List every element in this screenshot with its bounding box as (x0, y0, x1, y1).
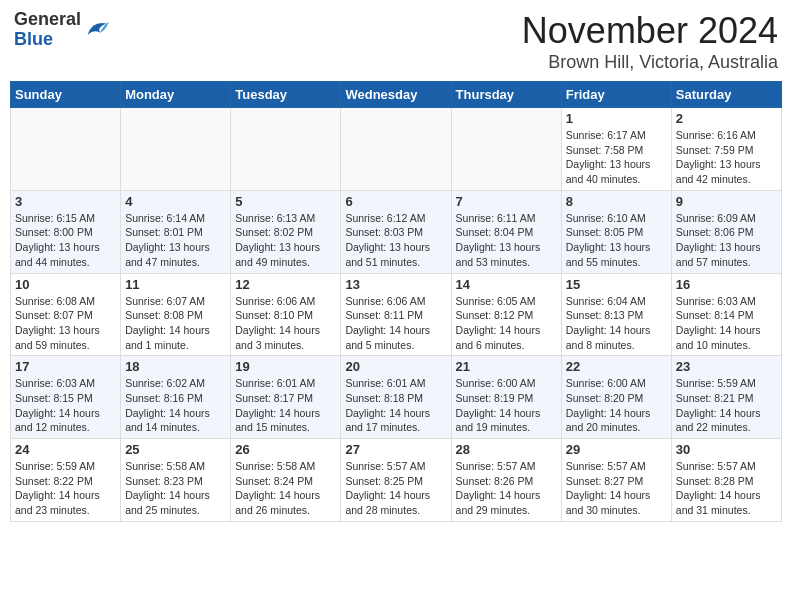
day-info: Sunrise: 5:58 AM Sunset: 8:23 PM Dayligh… (125, 459, 226, 518)
calendar-week-1: 1Sunrise: 6:17 AM Sunset: 7:58 PM Daylig… (11, 108, 782, 191)
day-info: Sunrise: 6:14 AM Sunset: 8:01 PM Dayligh… (125, 211, 226, 270)
day-info: Sunrise: 5:57 AM Sunset: 8:28 PM Dayligh… (676, 459, 777, 518)
day-info: Sunrise: 6:09 AM Sunset: 8:06 PM Dayligh… (676, 211, 777, 270)
day-info: Sunrise: 6:05 AM Sunset: 8:12 PM Dayligh… (456, 294, 557, 353)
calendar-cell (451, 108, 561, 191)
calendar-cell: 21Sunrise: 6:00 AM Sunset: 8:19 PM Dayli… (451, 356, 561, 439)
day-info: Sunrise: 5:59 AM Sunset: 8:21 PM Dayligh… (676, 376, 777, 435)
calendar-cell: 11Sunrise: 6:07 AM Sunset: 8:08 PM Dayli… (121, 273, 231, 356)
day-info: Sunrise: 6:16 AM Sunset: 7:59 PM Dayligh… (676, 128, 777, 187)
calendar-cell: 25Sunrise: 5:58 AM Sunset: 8:23 PM Dayli… (121, 439, 231, 522)
calendar-cell: 24Sunrise: 5:59 AM Sunset: 8:22 PM Dayli… (11, 439, 121, 522)
logo-bird-icon (83, 16, 111, 44)
day-number: 16 (676, 277, 777, 292)
day-info: Sunrise: 6:01 AM Sunset: 8:17 PM Dayligh… (235, 376, 336, 435)
day-number: 20 (345, 359, 446, 374)
day-info: Sunrise: 6:11 AM Sunset: 8:04 PM Dayligh… (456, 211, 557, 270)
day-info: Sunrise: 6:00 AM Sunset: 8:20 PM Dayligh… (566, 376, 667, 435)
logo-general-text: General (14, 10, 81, 30)
calendar-cell: 1Sunrise: 6:17 AM Sunset: 7:58 PM Daylig… (561, 108, 671, 191)
calendar-cell: 20Sunrise: 6:01 AM Sunset: 8:18 PM Dayli… (341, 356, 451, 439)
day-info: Sunrise: 6:03 AM Sunset: 8:15 PM Dayligh… (15, 376, 116, 435)
calendar-cell: 10Sunrise: 6:08 AM Sunset: 8:07 PM Dayli… (11, 273, 121, 356)
day-info: Sunrise: 6:06 AM Sunset: 8:10 PM Dayligh… (235, 294, 336, 353)
calendar-cell (121, 108, 231, 191)
calendar-cell: 30Sunrise: 5:57 AM Sunset: 8:28 PM Dayli… (671, 439, 781, 522)
day-info: Sunrise: 6:13 AM Sunset: 8:02 PM Dayligh… (235, 211, 336, 270)
calendar-header-saturday: Saturday (671, 82, 781, 108)
day-number: 2 (676, 111, 777, 126)
calendar-table: SundayMondayTuesdayWednesdayThursdayFrid… (10, 81, 782, 522)
calendar-cell: 16Sunrise: 6:03 AM Sunset: 8:14 PM Dayli… (671, 273, 781, 356)
calendar-cell (341, 108, 451, 191)
day-number: 25 (125, 442, 226, 457)
day-info: Sunrise: 6:08 AM Sunset: 8:07 PM Dayligh… (15, 294, 116, 353)
calendar-week-3: 10Sunrise: 6:08 AM Sunset: 8:07 PM Dayli… (11, 273, 782, 356)
calendar-cell: 14Sunrise: 6:05 AM Sunset: 8:12 PM Dayli… (451, 273, 561, 356)
calendar-cell: 23Sunrise: 5:59 AM Sunset: 8:21 PM Dayli… (671, 356, 781, 439)
calendar-cell: 18Sunrise: 6:02 AM Sunset: 8:16 PM Dayli… (121, 356, 231, 439)
day-info: Sunrise: 6:17 AM Sunset: 7:58 PM Dayligh… (566, 128, 667, 187)
calendar-header-tuesday: Tuesday (231, 82, 341, 108)
day-number: 27 (345, 442, 446, 457)
day-number: 7 (456, 194, 557, 209)
page-header: General Blue November 2024 Brown Hill, V… (10, 10, 782, 73)
day-number: 6 (345, 194, 446, 209)
calendar-header-monday: Monday (121, 82, 231, 108)
calendar-header-friday: Friday (561, 82, 671, 108)
day-info: Sunrise: 5:58 AM Sunset: 8:24 PM Dayligh… (235, 459, 336, 518)
calendar-cell: 19Sunrise: 6:01 AM Sunset: 8:17 PM Dayli… (231, 356, 341, 439)
day-info: Sunrise: 5:59 AM Sunset: 8:22 PM Dayligh… (15, 459, 116, 518)
calendar-header-row: SundayMondayTuesdayWednesdayThursdayFrid… (11, 82, 782, 108)
day-number: 19 (235, 359, 336, 374)
day-number: 4 (125, 194, 226, 209)
day-number: 8 (566, 194, 667, 209)
calendar-cell: 17Sunrise: 6:03 AM Sunset: 8:15 PM Dayli… (11, 356, 121, 439)
day-number: 28 (456, 442, 557, 457)
calendar-week-5: 24Sunrise: 5:59 AM Sunset: 8:22 PM Dayli… (11, 439, 782, 522)
day-info: Sunrise: 6:10 AM Sunset: 8:05 PM Dayligh… (566, 211, 667, 270)
calendar-cell: 3Sunrise: 6:15 AM Sunset: 8:00 PM Daylig… (11, 190, 121, 273)
day-number: 5 (235, 194, 336, 209)
day-info: Sunrise: 5:57 AM Sunset: 8:26 PM Dayligh… (456, 459, 557, 518)
day-number: 3 (15, 194, 116, 209)
day-info: Sunrise: 5:57 AM Sunset: 8:27 PM Dayligh… (566, 459, 667, 518)
calendar-cell: 26Sunrise: 5:58 AM Sunset: 8:24 PM Dayli… (231, 439, 341, 522)
day-info: Sunrise: 6:06 AM Sunset: 8:11 PM Dayligh… (345, 294, 446, 353)
calendar-header-wednesday: Wednesday (341, 82, 451, 108)
calendar-week-2: 3Sunrise: 6:15 AM Sunset: 8:00 PM Daylig… (11, 190, 782, 273)
day-number: 29 (566, 442, 667, 457)
calendar-cell: 27Sunrise: 5:57 AM Sunset: 8:25 PM Dayli… (341, 439, 451, 522)
calendar-cell: 7Sunrise: 6:11 AM Sunset: 8:04 PM Daylig… (451, 190, 561, 273)
day-number: 9 (676, 194, 777, 209)
calendar-cell: 28Sunrise: 5:57 AM Sunset: 8:26 PM Dayli… (451, 439, 561, 522)
logo-blue-text: Blue (14, 30, 81, 50)
day-number: 18 (125, 359, 226, 374)
day-number: 24 (15, 442, 116, 457)
day-number: 10 (15, 277, 116, 292)
day-number: 17 (15, 359, 116, 374)
calendar-cell: 13Sunrise: 6:06 AM Sunset: 8:11 PM Dayli… (341, 273, 451, 356)
calendar-cell: 5Sunrise: 6:13 AM Sunset: 8:02 PM Daylig… (231, 190, 341, 273)
day-number: 1 (566, 111, 667, 126)
day-number: 13 (345, 277, 446, 292)
calendar-cell: 15Sunrise: 6:04 AM Sunset: 8:13 PM Dayli… (561, 273, 671, 356)
day-number: 23 (676, 359, 777, 374)
day-info: Sunrise: 6:03 AM Sunset: 8:14 PM Dayligh… (676, 294, 777, 353)
calendar-cell: 2Sunrise: 6:16 AM Sunset: 7:59 PM Daylig… (671, 108, 781, 191)
day-info: Sunrise: 6:04 AM Sunset: 8:13 PM Dayligh… (566, 294, 667, 353)
day-info: Sunrise: 5:57 AM Sunset: 8:25 PM Dayligh… (345, 459, 446, 518)
logo: General Blue (14, 10, 111, 50)
calendar-header-sunday: Sunday (11, 82, 121, 108)
day-info: Sunrise: 6:07 AM Sunset: 8:08 PM Dayligh… (125, 294, 226, 353)
day-number: 30 (676, 442, 777, 457)
day-number: 21 (456, 359, 557, 374)
day-info: Sunrise: 6:01 AM Sunset: 8:18 PM Dayligh… (345, 376, 446, 435)
day-number: 26 (235, 442, 336, 457)
calendar-cell: 29Sunrise: 5:57 AM Sunset: 8:27 PM Dayli… (561, 439, 671, 522)
day-number: 22 (566, 359, 667, 374)
calendar-cell: 9Sunrise: 6:09 AM Sunset: 8:06 PM Daylig… (671, 190, 781, 273)
calendar-cell (231, 108, 341, 191)
calendar-cell: 8Sunrise: 6:10 AM Sunset: 8:05 PM Daylig… (561, 190, 671, 273)
day-info: Sunrise: 6:00 AM Sunset: 8:19 PM Dayligh… (456, 376, 557, 435)
